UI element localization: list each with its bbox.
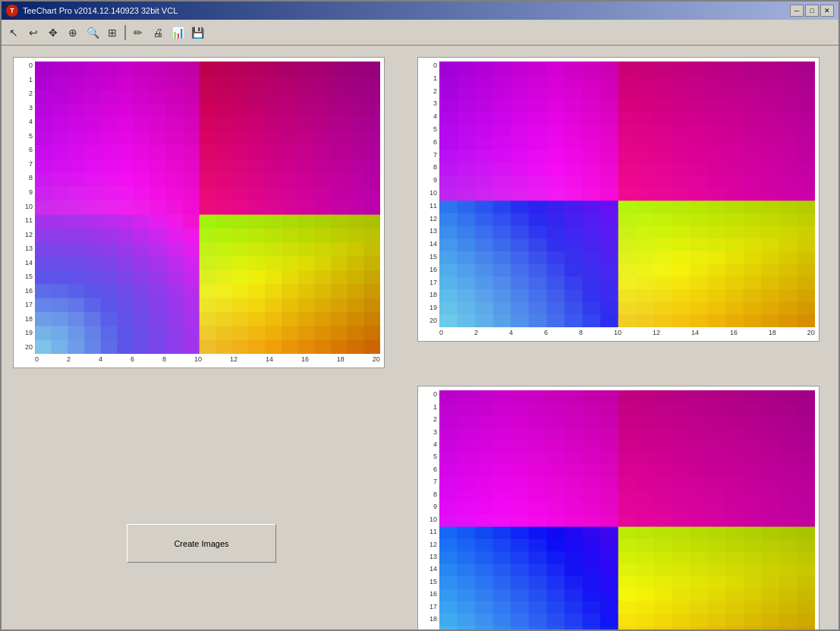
chart-left: 2019181716 1514131211 109876 54321 0 024… (13, 57, 385, 368)
chart-top-right: 2019181716 1514131211 109876 54321 0 024… (417, 57, 820, 342)
chart-left-x-axis: 02468 101214161820 (35, 354, 380, 368)
pan-button[interactable]: ✥ (44, 24, 62, 42)
print-button[interactable]: 🖨 (149, 24, 167, 42)
undo-button[interactable]: ↩ (24, 24, 42, 42)
main-window: T TeeChart Pro v2014.12.140923 32bit VCL… (0, 0, 840, 631)
zoom-in-button[interactable]: 🔍 (83, 24, 102, 42)
export-button[interactable]: 📊 (168, 24, 187, 42)
zoom-rect-button[interactable]: ⊞ (103, 24, 121, 42)
toolbar-separator-1 (124, 25, 126, 40)
toolbar: ↖ ↩ ✥ ⊕ 🔍 ⊞ ✏ 🖨 📊 💾 (2, 20, 838, 46)
content-area: 2019181716 1514131211 109876 54321 0 024… (2, 46, 838, 629)
maximize-button[interactable]: □ (805, 5, 819, 17)
create-images-button[interactable]: Create Images (127, 524, 276, 563)
title-bar: T TeeChart Pro v2014.12.140923 32bit VCL… (2, 2, 838, 20)
close-button[interactable]: ✕ (820, 5, 834, 17)
title-controls: ─ □ ✕ (790, 5, 834, 17)
chart-top-right-y-axis: 2019181716 1514131211 109876 54321 0 (418, 62, 439, 324)
minimize-button[interactable]: ─ (790, 5, 804, 17)
chart-bottom-right: 2019181716 1514131211 109876 54321 0 024… (417, 386, 820, 629)
edit-button[interactable]: ✏ (129, 24, 147, 42)
window-title: TeeChart Pro v2014.12.140923 32bit VCL (23, 6, 178, 15)
chart-bottom-right-plot (439, 390, 815, 629)
chart-top-right-plot (439, 62, 815, 327)
app-icon: T (6, 5, 18, 17)
chart-left-y-axis: 2019181716 1514131211 109876 54321 0 (14, 62, 35, 351)
chart-top-right-x-axis: 02468 101214161820 (439, 327, 815, 341)
save-button[interactable]: 💾 (188, 24, 206, 42)
arrow-tool-button[interactable]: ↖ (5, 24, 23, 42)
zoom-button[interactable]: ⊕ (64, 24, 82, 42)
chart-left-plot (35, 62, 380, 354)
chart-bottom-right-y-axis: 2019181716 1514131211 109876 54321 0 (418, 390, 439, 629)
